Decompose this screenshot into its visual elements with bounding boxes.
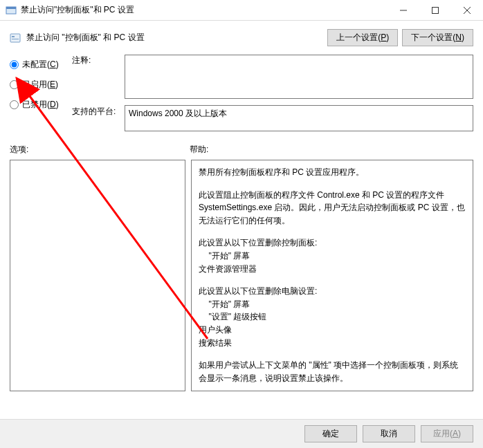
header-row: 禁止访问 "控制面板" 和 PC 设置 上一个设置(P) 下一个设置(N): [10, 29, 473, 46]
cancel-button[interactable]: 取消: [363, 425, 415, 442]
help-label: 帮助:: [190, 144, 208, 156]
help-text: 此设置阻止控制面板的程序文件 Control.exe 和 PC 设置的程序文件 …: [199, 189, 466, 227]
comment-textarea[interactable]: [125, 55, 473, 99]
input-column: Windows 2000 及以上版本: [125, 55, 473, 131]
help-panel: 禁用所有控制面板程序和 PC 设置应用程序。 此设置阻止控制面板的程序文件 Co…: [191, 160, 473, 391]
radio-not-configured-input[interactable]: [10, 60, 19, 69]
svg-rect-3: [432, 8, 439, 14]
help-text: 文件资源管理器: [199, 263, 466, 276]
radio-disabled-input[interactable]: [10, 100, 19, 109]
section-labels: 选项: 帮助:: [10, 144, 473, 156]
label-column: 注释: 支持的平台:: [72, 55, 125, 122]
svg-rect-6: [10, 34, 20, 42]
window-controls: [388, 0, 483, 20]
options-panel: [10, 160, 185, 391]
policy-icon: [10, 32, 21, 44]
next-setting-button[interactable]: 下一个设置(N): [402, 29, 473, 46]
radio-enabled-input[interactable]: [10, 80, 19, 89]
radio-not-configured[interactable]: 未配置(C): [10, 59, 72, 71]
help-text: 此设置从以下位置删除电脑设置:: [199, 285, 466, 298]
maximize-button[interactable]: [419, 0, 451, 21]
platform-label: 支持的平台:: [72, 106, 125, 118]
help-text: 如果用户尝试从上下文菜单的 "属性" 项中选择一个控制面板项，则系统会显示一条消…: [199, 359, 466, 384]
minimize-button[interactable]: [388, 0, 419, 21]
help-text: "设置" 超级按钮: [199, 310, 466, 324]
close-button[interactable]: [451, 0, 483, 21]
ok-button[interactable]: 确定: [304, 425, 357, 442]
help-text: "开始" 屏幕: [199, 250, 466, 263]
svg-rect-1: [6, 7, 16, 9]
help-text: 此设置从以下位置删除控制面板:: [199, 236, 466, 250]
footer-bar: 确定 取消 应用(A): [0, 419, 483, 448]
help-text: 禁用所有控制面板程序和 PC 设置应用程序。: [199, 166, 466, 179]
help-text: 搜索结果: [199, 337, 466, 350]
content-area: 禁止访问 "控制面板" 和 PC 设置 上一个设置(P) 下一个设置(N) 未配…: [0, 21, 483, 398]
platform-text: Windows 2000 及以上版本: [129, 109, 227, 118]
window-icon: [6, 5, 17, 16]
help-text: 用户头像: [199, 324, 466, 337]
options-label: 选项:: [10, 144, 190, 156]
apply-button[interactable]: 应用(A): [421, 425, 473, 442]
radio-disabled[interactable]: 已禁用(D): [10, 99, 72, 111]
state-radio-group: 未配置(C) 已启用(E) 已禁用(D): [10, 55, 72, 119]
previous-setting-button[interactable]: 上一个设置(P): [327, 29, 398, 46]
supported-platform-box: Windows 2000 及以上版本: [125, 105, 473, 131]
radio-enabled[interactable]: 已启用(E): [10, 79, 72, 91]
help-text: "开始" 屏幕: [199, 298, 466, 311]
titlebar: 禁止访问"控制面板"和 PC 设置: [0, 0, 483, 21]
comment-label: 注释:: [72, 55, 125, 102]
svg-rect-7: [12, 36, 15, 37]
body-row: 禁用所有控制面板程序和 PC 设置应用程序。 此设置阻止控制面板的程序文件 Co…: [10, 160, 473, 391]
svg-rect-8: [12, 39, 19, 39]
window-title: 禁止访问"控制面板"和 PC 设置: [21, 4, 388, 16]
policy-name: 禁止访问 "控制面板" 和 PC 设置: [26, 32, 327, 44]
